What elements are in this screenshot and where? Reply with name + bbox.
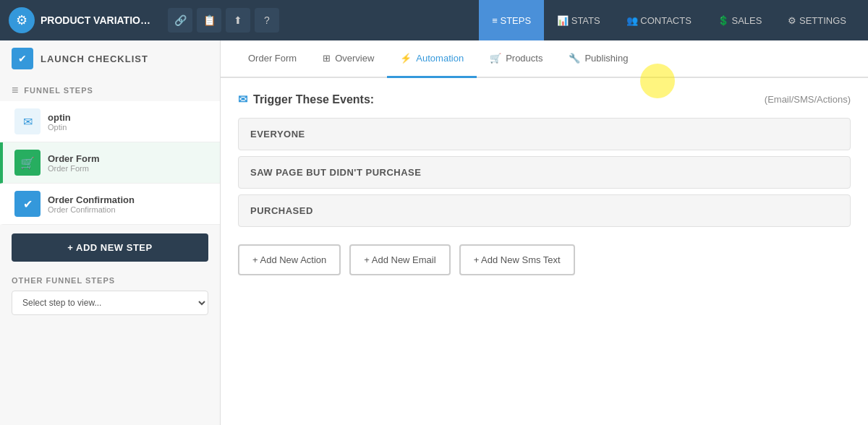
main-content: Order Form ⊞ Overview ⚡ Automation 🛒 Pro… <box>221 40 868 425</box>
funnel-steps-header: ≡ FUNNEL STEPS <box>0 77 220 101</box>
step-name-order-confirmation: Order Confirmation <box>48 194 135 205</box>
automation-icon: ⚡ <box>400 53 412 64</box>
publishing-icon: 🔧 <box>569 53 580 64</box>
tab-contacts[interactable]: 👥 CONTACTS <box>613 0 705 40</box>
overview-icon: ⊞ <box>323 53 331 64</box>
top-nav: ⚙ PRODUCT VARIATION F... 🔗 📋 ⬆ ? ≡ STEPS… <box>0 0 868 40</box>
nav-icon-group: 🔗 📋 ⬆ ? <box>168 8 279 33</box>
step-name-order-form: Order Form <box>48 153 100 164</box>
add-action-label: + Add New Action <box>252 254 326 265</box>
sidebar-item-order-confirmation[interactable]: ✔ Order Confirmation Order Confirmation <box>0 184 220 225</box>
tab-products[interactable]: 🛒 Products <box>477 40 556 78</box>
sidebar: ✔ LAUNCH CHECKLIST ≡ FUNNEL STEPS ✉ opti… <box>0 40 221 425</box>
tab-sales[interactable]: 💲 SALES <box>705 0 775 40</box>
sidebar-item-order-form[interactable]: 🛒 Order Form Order Form <box>0 142 220 184</box>
trigger-header: ✉ Trigger These Events: (Email/SMS/Actio… <box>238 93 851 106</box>
trigger-purchased-label: PURCHASED <box>250 205 313 216</box>
step-sub-order-form: Order Form <box>48 164 100 173</box>
add-email-label: + Add New Email <box>364 254 435 265</box>
link-icon-btn[interactable]: 🔗 <box>168 8 192 33</box>
checklist-icon: ✔ <box>12 48 33 69</box>
trigger-everyone[interactable]: EVERYONE <box>238 118 851 150</box>
tab-steps[interactable]: ≡ STEPS <box>479 0 544 40</box>
add-new-email-button[interactable]: + Add New Email <box>349 244 450 275</box>
trigger-purchased[interactable]: PURCHASED <box>238 194 851 227</box>
step-name-optin: optin <box>48 112 71 123</box>
automation-content: ✉ Trigger These Events: (Email/SMS/Actio… <box>221 78 868 425</box>
trigger-subtitle: (Email/SMS/Actions) <box>765 94 851 105</box>
top-nav-tabs: ≡ STEPS 📊 STATS 👥 CONTACTS 💲 SALES ⚙ SET… <box>479 0 859 40</box>
step-sub-optin: Optin <box>48 123 71 132</box>
launch-checklist-label: LAUNCH CHECKLIST <box>41 53 148 64</box>
other-funnel-steps-label: OTHER FUNNEL STEPS <box>0 270 220 288</box>
external-icon-btn[interactable]: ⬆ <box>226 8 250 33</box>
trigger-title-text: Trigger These Events: <box>253 93 374 106</box>
trigger-title-group: ✉ Trigger These Events: <box>238 93 374 106</box>
copy-icon-btn[interactable]: 📋 <box>197 8 221 33</box>
launch-checklist-item[interactable]: ✔ LAUNCH CHECKLIST <box>0 40 220 77</box>
add-new-action-button[interactable]: + Add New Action <box>238 244 341 275</box>
products-icon: 🛒 <box>490 53 501 64</box>
tab-settings[interactable]: ⚙ SETTINGS <box>775 0 859 40</box>
tab-overview-label: Overview <box>335 53 374 64</box>
trigger-saw-page[interactable]: SAW PAGE BUT DIDN'T PURCHASE <box>238 156 851 189</box>
funnel-steps-label: FUNNEL STEPS <box>24 86 93 95</box>
tab-publishing-label: Publishing <box>584 53 628 64</box>
step-sub-order-confirmation: Order Confirmation <box>48 205 135 214</box>
email-icon: ✉ <box>14 108 41 134</box>
app-title: PRODUCT VARIATION F... <box>41 14 156 26</box>
tab-stats[interactable]: 📊 STATS <box>544 0 613 40</box>
tab-overview[interactable]: ⊞ Overview <box>310 40 387 78</box>
menu-icon: ≡ <box>12 84 18 97</box>
tab-publishing[interactable]: 🔧 Publishing <box>556 40 641 78</box>
funnel-step-select[interactable]: Select step to view... <box>12 291 208 315</box>
check-icon: ✔ <box>14 191 41 217</box>
tab-order-form[interactable]: Order Form <box>235 40 310 78</box>
add-sms-label: + Add New Sms Text <box>474 254 561 265</box>
tab-products-label: Products <box>506 53 542 64</box>
help-icon-btn[interactable]: ? <box>255 8 279 33</box>
trigger-saw-page-label: SAW PAGE BUT DIDN'T PURCHASE <box>250 167 421 178</box>
tab-automation[interactable]: ⚡ Automation <box>387 40 477 78</box>
cart-icon: 🛒 <box>14 150 41 176</box>
action-buttons: + Add New Action + Add New Email + Add N… <box>238 244 851 275</box>
sidebar-item-optin[interactable]: ✉ optin Optin <box>0 101 220 142</box>
tab-order-form-label: Order Form <box>248 53 297 64</box>
add-new-sms-button[interactable]: + Add New Sms Text <box>459 244 575 275</box>
tab-automation-label: Automation <box>416 53 464 64</box>
gear-icon[interactable]: ⚙ <box>9 7 35 33</box>
trigger-everyone-label: EVERYONE <box>250 129 305 139</box>
add-new-step-button[interactable]: + ADD NEW STEP <box>12 233 208 262</box>
sub-tabs: Order Form ⊞ Overview ⚡ Automation 🛒 Pro… <box>221 40 868 78</box>
envelope-icon: ✉ <box>238 93 247 106</box>
